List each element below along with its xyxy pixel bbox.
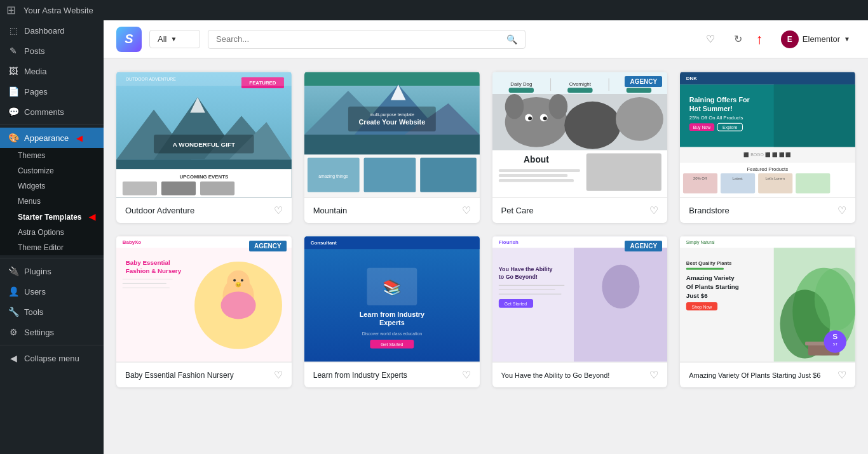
template-thumb-brandstore: DNK Raining Offers For Hot Summer! 25% O… — [680, 71, 855, 198]
svg-text:Amazing Variety: Amazing Variety — [686, 274, 735, 281]
template-card-coaching[interactable]: Flourish You Have the Ability to Go Beyo… — [492, 236, 668, 387]
svg-text:Flourish: Flourish — [498, 239, 518, 245]
svg-point-91 — [233, 279, 236, 281]
svg-rect-64 — [774, 84, 855, 147]
sidebar-item-label: Comments — [24, 107, 64, 117]
svg-text:Learn from Industry: Learn from Industry — [359, 310, 424, 318]
template-thumb-pet-care: Daily Dog Walking Overnight Care Vacatio… — [492, 71, 668, 198]
search-icon: 🔍 — [506, 34, 517, 44]
sidebar-item-tools[interactable]: 🔧 Tools — [0, 302, 104, 322]
svg-text:Let's Lorem: Let's Lorem — [766, 177, 785, 180]
svg-text:Get Started: Get Started — [504, 302, 526, 306]
svg-text:Raining Offers For: Raining Offers For — [689, 96, 750, 103]
template-card-baby-essential[interactable]: BabyXo Baby Essential Fashion & Nursery … — [116, 236, 292, 387]
users-icon: 👤 — [8, 286, 19, 297]
collapse-icon: ◀ — [8, 353, 19, 363]
svg-point-53 — [528, 116, 532, 120]
favorite-plants[interactable]: ♡ — [837, 369, 846, 381]
sidebar-item-menus[interactable]: Menus — [0, 194, 104, 209]
favorites-icon[interactable]: ♡ — [700, 29, 721, 50]
template-footer-brandstore: Brandstore ♡ — [680, 198, 855, 223]
sidebar-item-posts[interactable]: ✎ Posts — [0, 41, 104, 61]
svg-text:😊: 😊 — [235, 281, 241, 288]
favorite-mountain[interactable]: ♡ — [462, 204, 471, 217]
template-card-pet-care[interactable]: Daily Dog Walking Overnight Care Vacatio… — [492, 71, 668, 223]
svg-text:OUTDOOR ADVENTURE: OUTDOOR ADVENTURE — [126, 77, 176, 81]
svg-text:Experts: Experts — [379, 319, 405, 326]
sidebar-item-dashboard[interactable]: ⬚ Dashboard — [0, 20, 104, 41]
template-card-plants[interactable]: Simply Natural Best Quality Plants Amazi… — [680, 236, 855, 387]
template-card-mountain[interactable]: multi-purpose template Create Your Websi… — [304, 71, 480, 223]
comments-icon: 💬 — [8, 107, 19, 117]
sidebar-item-widgets[interactable]: Widgets — [0, 178, 104, 194]
svg-text:Discover world class education: Discover world class education — [362, 331, 422, 336]
refresh-icon[interactable]: ↻ — [728, 29, 749, 50]
pages-icon: 📄 — [8, 86, 19, 97]
svg-text:Get Started: Get Started — [381, 342, 403, 347]
svg-text:Of Plants Starting: Of Plants Starting — [686, 283, 739, 290]
sidebar-item-comments[interactable]: 💬 Comments — [0, 102, 104, 122]
template-thumb-outdoor-adventure: A WONDERFUL GIFT FEATURED OUTDOOR ADVENT… — [116, 71, 292, 198]
sidebar-item-astra-options[interactable]: Astra Options — [0, 225, 104, 240]
template-name-education: Learn from Industry Experts — [313, 371, 407, 380]
sidebar-item-plugins[interactable]: 🔌 Plugins — [0, 261, 104, 281]
tools-icon: 🔧 — [8, 307, 19, 317]
svg-point-54 — [543, 116, 546, 120]
search-input[interactable] — [216, 34, 506, 44]
svg-text:S: S — [833, 332, 838, 341]
favorite-coaching[interactable]: ♡ — [649, 369, 658, 381]
svg-rect-42 — [508, 88, 533, 93]
svg-text:Create Your Website: Create Your Website — [358, 118, 425, 126]
sidebar-item-media[interactable]: 🖼 Media — [0, 61, 104, 81]
favorite-brandstore[interactable]: ♡ — [837, 204, 846, 217]
svg-point-47 — [564, 102, 621, 149]
sidebar-item-label: Settings — [24, 328, 54, 337]
svg-text:Shop Now: Shop Now — [692, 305, 712, 310]
sidebar-item-label: Media — [24, 67, 46, 76]
sidebar-item-theme-editor[interactable]: Theme Editor — [0, 240, 104, 255]
favorite-pet-care[interactable]: ♡ — [649, 204, 658, 217]
svg-text:ST: ST — [833, 342, 838, 346]
sidebar-collapse-button[interactable]: ◀ Collapse menu — [0, 348, 104, 368]
media-icon: 🖼 — [8, 66, 19, 76]
sidebar-item-pages[interactable]: 📄 Pages — [0, 81, 104, 102]
svg-rect-15 — [123, 182, 157, 196]
template-card-brandstore[interactable]: DNK Raining Offers For Hot Summer! 25% O… — [680, 71, 855, 223]
favorite-baby-essential[interactable]: ♡ — [274, 369, 283, 381]
sidebar-item-starter-templates[interactable]: Starter Templates ◀ — [0, 209, 104, 225]
sidebar-item-themes[interactable]: Themes — [0, 148, 104, 163]
svg-text:About: About — [524, 155, 549, 164]
template-name-pet-care: Pet Care — [501, 206, 534, 215]
filter-dropdown[interactable]: All ▼ — [149, 30, 200, 48]
sidebar-item-customize[interactable]: Customize — [0, 163, 104, 178]
elementor-button[interactable]: E Elementor ▼ — [776, 28, 855, 51]
plugins-icon: 🔌 — [8, 266, 19, 276]
theme-editor-label: Theme Editor — [18, 243, 64, 252]
elementor-icon: E — [781, 30, 799, 48]
sidebar-item-appearance[interactable]: 🎨 Appearance ◀ — [0, 128, 104, 148]
template-card-education[interactable]: Consultant 📚 Learn from Industry Experts… — [304, 236, 480, 387]
sidebar-item-label: Users — [24, 287, 46, 297]
template-thumb-mountain: multi-purpose template Create Your Websi… — [304, 71, 480, 198]
svg-rect-61 — [680, 72, 855, 85]
template-thumb-baby-essential: BabyXo Baby Essential Fashion & Nursery … — [116, 236, 292, 363]
svg-rect-17 — [200, 182, 234, 196]
svg-point-49 — [505, 94, 524, 119]
sidebar-item-settings[interactable]: ⚙ Settings — [0, 322, 104, 342]
favorite-education[interactable]: ♡ — [462, 369, 471, 381]
template-thumb-plants: Simply Natural Best Quality Plants Amazi… — [680, 236, 855, 363]
template-footer-baby-essential: Baby Essential Fashion Nursery ♡ — [116, 363, 292, 387]
svg-text:Best Quality Plants: Best Quality Plants — [686, 260, 732, 266]
template-footer-education: Learn from Industry Experts ♡ — [304, 363, 480, 387]
svg-text:amazing things: amazing things — [318, 174, 348, 179]
favorite-outdoor-adventure[interactable]: ♡ — [274, 204, 283, 217]
starter-templates-logo: S — [116, 27, 142, 52]
search-bar[interactable]: 🔍 — [208, 30, 526, 49]
svg-text:You Have the Ability: You Have the Ability — [498, 266, 552, 272]
svg-text:A WONDERFUL GIFT: A WONDERFUL GIFT — [173, 141, 235, 148]
sidebar-item-users[interactable]: 👤 Users — [0, 281, 104, 302]
settings-icon: ⚙ — [8, 327, 19, 337]
red-arrow-annotation: ↑ — [756, 32, 763, 46]
svg-rect-16 — [161, 182, 196, 196]
template-card-outdoor-adventure[interactable]: A WONDERFUL GIFT FEATURED OUTDOOR ADVENT… — [116, 71, 292, 223]
